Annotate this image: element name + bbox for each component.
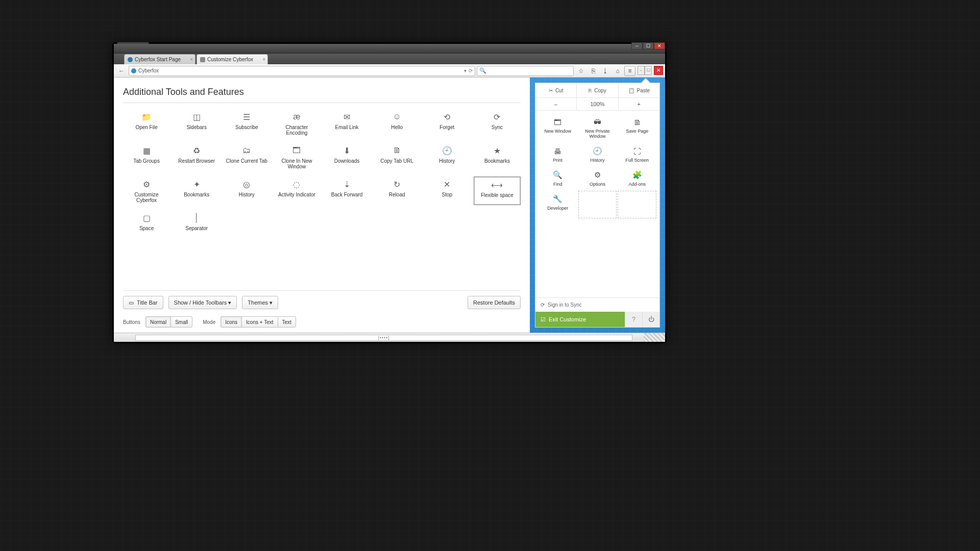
tool-open-file[interactable]: 📁Open File [123,109,170,138]
panel-label: Save Page [626,129,648,134]
show-hide-toolbars[interactable]: Show / Hide Toolbars ▾ [168,296,237,309]
clipboard-button[interactable]: ⎘ [587,66,599,76]
tool-back-forward[interactable]: ⇣Back Forward [324,177,371,205]
tool-bookmarks-menu[interactable]: ✦Bookmarks [173,177,220,205]
themes-button[interactable]: Themes ▾ [242,296,278,309]
tool-subscribe[interactable]: ☰Subscribe [223,109,270,138]
tool-char-encoding[interactable]: æCharacter Encoding [273,109,320,138]
tab-customize[interactable]: Customize Cyberfox × [197,54,268,64]
sign-in-sync[interactable]: ⟳Sign in to Sync [535,297,659,312]
tool-email-link[interactable]: ✉Email Link [324,109,371,138]
close-button[interactable]: ✕ [654,42,665,49]
home-button[interactable]: ⌂ [612,66,623,76]
btn-size-small[interactable]: Small [170,316,192,328]
tool-label: Flexible space [481,192,513,198]
quit-button[interactable]: ⏻ [642,312,659,327]
panel-find[interactable]: 🔍Find [538,167,577,190]
search-box[interactable]: 🔍 [477,66,574,76]
tool-sync[interactable]: ⟳Sync [474,109,521,138]
paste-button[interactable]: 📋Paste [618,83,659,97]
reload-icon[interactable]: ⟳ [469,68,473,73]
panel-fullscreen[interactable]: ⛶Full Screen [618,143,656,166]
title-bar-toggle[interactable]: ▭Title Bar [123,296,163,309]
panel-developer[interactable]: 🔧Developer [538,191,577,218]
tool-activity[interactable]: ◌Activity Indicator [273,177,320,205]
panel-addons[interactable]: 🧩Add-ons [618,167,656,190]
panel-options[interactable]: ⚙Options [578,167,617,190]
panel-empty-slot[interactable] [578,191,617,218]
tool-tab-groups[interactable]: ▦Tab Groups [123,143,170,171]
panel-history[interactable]: 🕘History [578,143,617,166]
menu-panel-drop-area[interactable]: ✂Cut ⎘Copy 📋Paste – 100% + 🗔New Window🕶N… [530,78,665,333]
restore-defaults-button[interactable]: Restore Defaults [468,296,521,309]
tool-label: Subscribe [235,124,258,130]
tool-bookmarks[interactable]: ★Bookmarks [474,143,521,171]
tool-hello[interactable]: ☺Hello [374,109,421,138]
tool-separator[interactable]: │Separator [173,210,220,233]
tool-label: Activity Indicator [278,192,315,197]
copy-button[interactable]: ⎘Copy [576,83,618,97]
tool-space[interactable]: ▢Space [123,210,170,233]
mode-icons-text[interactable]: Icons + Text [241,316,277,328]
panel-empty-slot[interactable] [618,191,656,218]
back-button[interactable]: ← [116,66,127,76]
zoom-in-button[interactable]: + [618,98,659,110]
help-button[interactable]: ? [625,312,642,327]
resize-grip-icon[interactable] [644,333,665,342]
zoom-out-button[interactable]: – [535,98,576,110]
max-icon[interactable]: ☐ [645,66,652,75]
panel-new-window[interactable]: 🗔New Window [538,114,577,142]
tool-clone-window[interactable]: 🗔Clone In New Window [273,143,320,171]
mode-icons[interactable]: Icons [220,316,241,328]
customize-footer-2: Buttons NormalSmall Mode IconsIcons + Te… [123,314,521,333]
activity-icon: ◌ [291,179,302,190]
developer-icon: 🔧 [553,194,563,204]
tool-forget[interactable]: ⟲Forget [424,109,471,138]
tool-sidebars[interactable]: ◫Sidebars [173,109,220,138]
tool-history[interactable]: 🕘History [424,143,471,171]
tool-downloads[interactable]: ⬇Downloads [324,143,371,171]
close-icon[interactable]: ✕ [654,66,663,75]
mode-text[interactable]: Text [278,316,296,328]
menu-button[interactable]: ≡ [624,66,635,76]
tab-start-page[interactable]: Cyberfox Start Page × [124,54,195,64]
tool-label: Sync [492,124,503,130]
print-icon: 🖶 [553,146,563,156]
clone-window-icon: 🗔 [291,145,302,156]
tool-copy-tab-url[interactable]: 🗎Copy Tab URL [374,143,421,171]
tool-label: Open File [135,124,157,130]
tool-stop[interactable]: ✕Stop [424,177,471,205]
tool-label: Email Link [335,124,358,130]
panel-label: New Window [545,129,572,134]
bookmark-star-button[interactable]: ☆ [575,66,586,76]
panel-private-window[interactable]: 🕶New Private Window [578,114,617,142]
downloads-button[interactable]: ⭣ [600,66,611,76]
tab-bar: Cyberfox Start Page × Customize Cyberfox… [114,53,665,64]
panel-save-page[interactable]: 🗎Save Page [618,114,656,142]
flexible-space-slot[interactable]: |••••| [135,335,632,341]
zoom-level: 100% [576,98,618,110]
tool-label: Sidebars [186,124,206,130]
url-bar[interactable]: Cyberfox ▾ ⟳ [129,66,475,76]
dropdown-icon[interactable]: ▾ [464,68,467,73]
tool-clone-tab[interactable]: 🗂Clone Current Tab [223,143,270,171]
tool-restart[interactable]: ♻Restart Browser [173,143,220,171]
maximize-button[interactable]: ☐ [643,42,654,49]
titlebar[interactable]: – ☐ ✕ [114,44,665,53]
tab-close-icon[interactable]: × [190,57,193,62]
tool-customize[interactable]: ⚙Customize Cyberfox [123,177,170,205]
min-icon[interactable]: – [638,66,645,75]
tool-history-menu[interactable]: ◎History [223,177,270,205]
btn-size-normal[interactable]: Normal [145,316,170,328]
tool-flexspace[interactable]: ⟷Flexible space [474,177,521,205]
panel-print[interactable]: 🖶Print [538,143,577,166]
tool-reload[interactable]: ↻Reload [374,177,421,205]
tab-close-icon[interactable]: × [262,57,265,62]
minimize-button[interactable]: – [631,42,643,49]
tool-label: Bookmarks [484,158,510,164]
panel-label: Options [590,182,605,187]
find-icon: 🔍 [553,170,563,180]
tab-groups-icon: ▦ [141,145,152,156]
cut-button[interactable]: ✂Cut [535,83,576,97]
exit-customize-button[interactable]: ☑Exit Customize [535,312,625,327]
